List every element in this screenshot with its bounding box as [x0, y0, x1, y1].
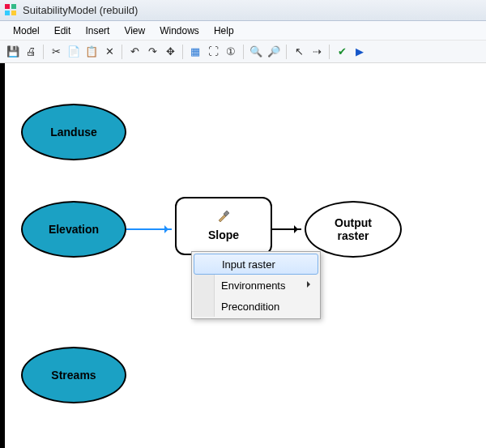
toolbar-separator	[43, 45, 44, 59]
toolbar-separator	[286, 45, 287, 59]
app-icon	[5, 4, 18, 17]
node-label: Landuse	[50, 126, 97, 139]
menuitem-label: Environments	[221, 279, 285, 292]
menu-view[interactable]: View	[117, 23, 151, 39]
zoom-100-icon[interactable]: ①	[223, 44, 239, 60]
node-landuse[interactable]: Landuse	[21, 104, 126, 160]
fit-window-icon[interactable]: ⛶	[205, 44, 221, 60]
toolbar-separator	[243, 45, 244, 59]
connect-tool-icon[interactable]: ⇢	[309, 44, 325, 60]
title-bar: SuitabilityModel (rebuild)	[0, 0, 486, 21]
autolayout-icon[interactable]: ▦	[187, 44, 203, 60]
node-streams[interactable]: Streams	[21, 347, 126, 403]
node-label: Streams	[51, 369, 96, 382]
toolbar-separator	[329, 45, 330, 59]
hammer-icon	[216, 209, 231, 224]
node-elevation[interactable]: Elevation	[21, 201, 126, 258]
node-label: Slope	[208, 228, 239, 241]
menuitem-precondition[interactable]: Precondition	[194, 296, 318, 317]
menuitem-label: Input raster	[222, 258, 275, 271]
zoom-in-icon[interactable]: 🔍	[248, 44, 264, 60]
connector-slope-to-output[interactable]	[272, 228, 301, 230]
chevron-right-icon	[307, 281, 313, 288]
menuitem-input-raster[interactable]: Input raster	[194, 254, 318, 275]
delete-icon[interactable]: ✕	[101, 44, 117, 60]
save-icon[interactable]: 💾	[5, 44, 21, 60]
print-icon[interactable]: 🖨	[23, 44, 39, 60]
menu-help[interactable]: Help	[207, 23, 241, 39]
node-label-line1: Output	[335, 216, 372, 229]
select-tool-icon[interactable]: ↖	[291, 44, 307, 60]
menu-windows[interactable]: Windows	[153, 23, 206, 39]
node-slope-tool[interactable]: Slope	[175, 197, 272, 255]
pan-icon[interactable]: ✥	[162, 44, 178, 60]
toolbar: 💾 🖨 ✂ 📄 📋 ✕ ↶ ↷ ✥ ▦ ⛶ ① 🔍 🔎 ↖ ⇢ ✔ ▶	[0, 41, 486, 63]
copy-icon[interactable]: 📄	[66, 44, 82, 60]
paste-icon[interactable]: 📋	[83, 44, 100, 60]
toolbar-separator	[182, 45, 183, 59]
toolbar-separator	[122, 45, 122, 59]
validate-icon[interactable]: ✔	[334, 44, 350, 60]
menu-edit[interactable]: Edit	[48, 23, 78, 39]
connector-elevation-to-slope[interactable]	[126, 228, 172, 230]
connector-context-menu: Input raster Environments Precondition	[191, 251, 321, 319]
node-label: Elevation	[49, 223, 99, 236]
node-output-raster[interactable]: Output raster	[305, 201, 402, 258]
menu-bar: Model Edit Insert View Windows Help	[0, 21, 486, 41]
run-icon[interactable]: ▶	[352, 44, 368, 60]
menu-insert[interactable]: Insert	[79, 23, 116, 39]
menuitem-environments[interactable]: Environments	[194, 275, 318, 296]
node-label-line2: raster	[338, 229, 369, 242]
window-title: SuitabilityModel (rebuild)	[23, 4, 138, 16]
zoom-out-icon[interactable]: 🔎	[266, 44, 282, 60]
model-canvas[interactable]: Landuse Elevation Streams Slope Output r…	[5, 63, 486, 448]
menu-model[interactable]: Model	[6, 23, 46, 39]
menuitem-label: Precondition	[221, 301, 279, 313]
undo-icon[interactable]: ↶	[126, 44, 143, 60]
redo-icon[interactable]: ↷	[144, 44, 160, 60]
cut-icon[interactable]: ✂	[48, 44, 64, 60]
